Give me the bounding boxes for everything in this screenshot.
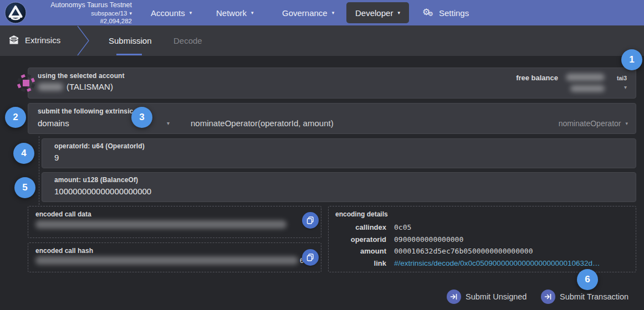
params-connector-line [39,136,39,205]
section-tab-bar: Extrinsics Submission Decode [0,25,644,56]
chevron-down-icon: ▾ [625,121,628,126]
encoded-call-hash-card: encoded call hash 6 [28,242,321,272]
decode-link[interactable]: #/extrinsics/decode/0x0c0509000000000000… [394,259,600,267]
tab-submission[interactable]: Submission [109,25,152,56]
extrinsic-section-label: submit the following extrinsic [38,107,133,115]
redacted-balance-value [566,74,605,81]
account-name-line: (TALISMAN) [38,82,113,91]
network-title: Autonomys Taurus Testnet [50,1,132,9]
detail-value: 0900000000000000 [394,235,463,244]
extrinsic-selector-card: submit the following extrinsic domains ▾… [28,103,636,134]
encoding-details-card: encoding details callindex 0c05 operator… [328,206,636,272]
detail-key: link [335,259,386,267]
detail-key: callindex [335,223,386,231]
encoding-details-title: encoding details [335,210,636,221]
chevron-down-icon: ▾ [129,11,132,16]
detail-row-link: link #/extrinsics/decode/0x0c05090000000… [335,257,636,270]
copy-icon [306,254,314,261]
param-amount-field[interactable]: amount: u128 (BalanceOf) 100000000000000… [42,172,636,202]
breadcrumb: Extrinsics [25,35,60,45]
nav-settings[interactable]: ⚙ ⚙ Settings [422,0,469,25]
redacted-account-address [570,85,605,92]
balance-unit: tai3 [617,75,627,81]
autonomys-logo-icon[interactable] [4,2,27,24]
detail-key: amount [335,247,386,255]
chevron-down-icon: ▾ [332,11,335,16]
breadcrumb-chevron-icon [76,25,91,56]
block-number: #2,094,282 [100,17,132,25]
chevron-down-icon: ▾ [397,11,400,16]
sign-in-icon [447,290,461,304]
detail-row-callindex: callindex 0c05 [335,221,636,234]
chain-selector[interactable]: subspace/13 ▾ [91,9,132,17]
param-operatorid-label: operatorId: u64 (OperatorId) [54,142,145,150]
param-amount-value[interactable]: 100000000000000000000 [54,187,151,196]
annotation-badge-3: 3 [131,107,152,128]
chevron-down-icon[interactable]: ▾ [624,84,627,90]
submit-unsigned-button[interactable]: Submit Unsigned [447,289,527,304]
chevron-down-icon: ▾ [251,11,254,16]
redacted-call-hash [35,256,298,265]
copy-call-data-button[interactable] [302,212,319,229]
chevron-down-icon[interactable]: ▾ [167,120,170,126]
nav-network[interactable]: Network ▾ [216,0,254,25]
param-operatorid-field[interactable]: operatorId: u64 (OperatorId) 9 [42,138,636,168]
annotation-badge-2: 2 [5,107,26,128]
sign-in-icon [541,290,555,304]
copy-call-hash-button[interactable] [302,249,319,266]
encoded-call-data-card: encoded call data [28,206,321,238]
copy-icon [306,216,314,224]
redacted-call-data [35,220,287,229]
account-section-label: using the selected account [38,72,125,80]
encoded-call-data-label: encoded call data [35,210,91,218]
annotation-badge-4: 4 [13,143,34,164]
method-signature[interactable]: nominateOperator(operatorId, amount) [191,118,334,128]
account-identicon[interactable] [17,74,35,92]
network-brand: Autonomys Taurus Testnet subspace/13 ▾ #… [33,1,132,25]
extrinsics-icon [8,35,19,45]
nav-accounts[interactable]: Accounts ▾ [151,0,192,25]
free-balance-label: free balance [516,74,558,82]
detail-row-amount: amount 000010632d5ec76b0500000000000000 [335,245,636,257]
pallet-select-value[interactable]: domains [38,118,69,128]
chevron-down-icon: ▾ [190,11,192,16]
submit-transaction-button[interactable]: Submit Transaction [541,289,628,304]
selected-account-dropdown[interactable]: using the selected account (TALISMAN) fr… [28,68,636,99]
method-select[interactable]: nominateOperator ▾ [559,119,628,128]
extrinsics-submission-page: Autonomys Taurus Testnet subspace/13 ▾ #… [0,0,644,310]
param-amount-label: amount: u128 (BalanceOf) [54,176,138,184]
detail-key: operatorid [335,235,386,244]
nav-governance[interactable]: Governance ▾ [282,0,334,25]
annotation-badge-6: 6 [577,269,598,290]
top-nav-bar: Autonomys Taurus Testnet subspace/13 ▾ #… [0,0,644,25]
detail-row-operatorid: operatorid 0900000000000000 [335,234,636,246]
tab-decode[interactable]: Decode [173,25,202,56]
nav-developer[interactable]: Developer ▾ [346,2,409,23]
account-name-suffix: (TALISMAN) [67,82,113,91]
param-operatorid-value[interactable]: 9 [54,153,59,162]
redacted-account-name [38,83,63,91]
encoded-call-hash-label: encoded call hash [35,247,93,255]
gears-icon: ⚙ ⚙ [422,7,435,18]
detail-value: 0c05 [394,223,411,231]
detail-value: 000010632d5ec76b0500000000000000 [394,247,533,255]
annotation-badge-5: 5 [14,177,35,198]
annotation-badge-1: 1 [621,49,642,70]
